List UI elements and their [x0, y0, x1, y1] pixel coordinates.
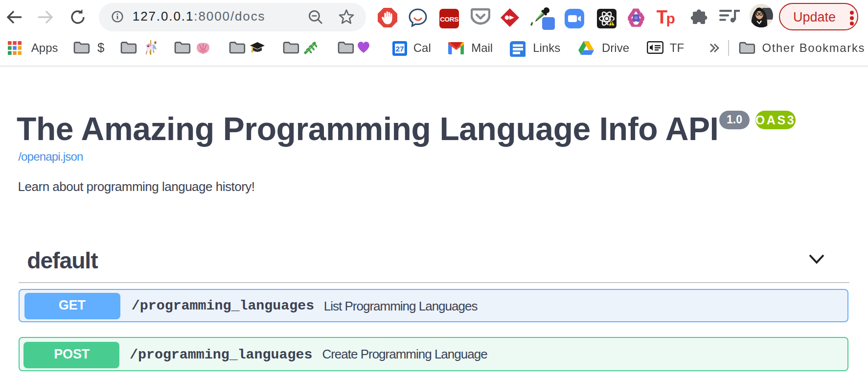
svg-text:p: p [666, 10, 675, 26]
svg-text:27: 27 [395, 45, 404, 53]
svg-text:CORS: CORS [440, 15, 459, 23]
